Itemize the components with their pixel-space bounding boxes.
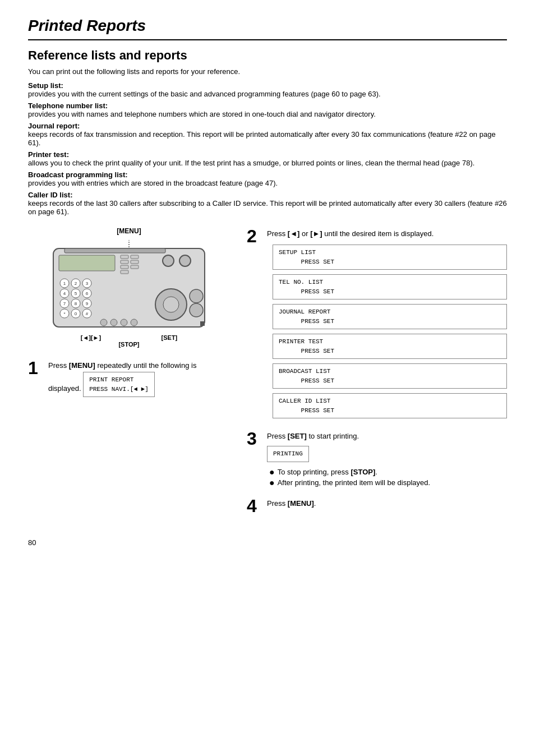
svg-rect-4	[121, 260, 128, 264]
svg-point-41	[163, 297, 179, 312]
list-desc: provides you with entries which are stor…	[28, 179, 278, 187]
step-3-text: Press [SET] to start printing.	[267, 432, 359, 440]
list-item: Journal report:keeps records of fax tran…	[28, 122, 507, 147]
lcd-printing: PRINTING	[267, 446, 309, 462]
list-desc: provides you with names and telephone nu…	[28, 110, 376, 118]
svg-point-42	[190, 289, 203, 303]
svg-point-11	[179, 255, 191, 266]
list-item: Telephone number list:provides you with …	[28, 102, 507, 118]
fax-diagram: [MENU]	[28, 227, 230, 334]
svg-point-43	[190, 303, 203, 317]
step-2-text: Press [◄] or [►] until the desired item …	[267, 229, 433, 238]
svg-rect-9	[131, 265, 139, 269]
step-1-number: 1	[28, 359, 44, 377]
step-2: 2 Press [◄] or [►] until the desired ite…	[247, 227, 507, 421]
bullet-dot-2: ●	[269, 478, 275, 487]
svg-point-39	[131, 319, 137, 326]
list-label: Journal report:	[28, 122, 80, 130]
lcd-journal-report: JOURNAL REPORT PRESS SET	[273, 304, 507, 329]
svg-text:9: 9	[86, 301, 89, 306]
svg-text:5: 5	[75, 291, 77, 296]
list-desc: keeps records of fax transmission and re…	[28, 130, 496, 147]
svg-rect-2	[59, 255, 115, 271]
svg-rect-1	[64, 248, 165, 253]
menu-label: [MENU]	[48, 227, 210, 235]
step-3: 3 Press [SET] to start printing. PRINTIN…	[247, 430, 507, 489]
stop-label: [STOP]	[48, 341, 210, 348]
reference-lists: Setup list:provides you with the current…	[28, 81, 507, 216]
lcd-setup-list: SETUP LIST PRESS SET	[273, 245, 507, 270]
step-4-number: 4	[247, 497, 262, 515]
svg-text:1: 1	[63, 281, 66, 286]
step-1-lcd: PRINT REPORT PRESS NAVI.[◄ ►]	[83, 372, 155, 397]
list-desc: provides you with the current settings o…	[28, 90, 381, 98]
bullet-1: ● To stop printing, press [STOP].	[269, 468, 507, 477]
svg-text:#: #	[86, 311, 89, 316]
svg-rect-8	[131, 260, 139, 264]
svg-rect-6	[121, 270, 128, 274]
list-label: Caller ID list:	[28, 191, 72, 199]
svg-rect-7	[131, 255, 139, 259]
step-3-content: Press [SET] to start printing. PRINTING …	[267, 430, 507, 489]
nav-label: [◄][►]	[81, 334, 101, 341]
list-item: Broadcast programming list:provides you …	[28, 170, 507, 187]
lcd-broadcast-list: BROADCAST LIST PRESS SET	[273, 363, 507, 389]
step-2-content: Press [◄] or [►] until the desired item …	[267, 227, 507, 421]
step-4: 4 Press [MENU].	[247, 497, 507, 515]
step-4-content: Press [MENU].	[267, 497, 507, 508]
section-heading: Reference lists and reports	[28, 48, 507, 63]
bullet-2-text: After printing, the printed item will be…	[278, 478, 430, 487]
svg-text:7: 7	[63, 301, 66, 306]
step-2-number: 2	[247, 227, 262, 245]
svg-text:2: 2	[75, 281, 77, 286]
list-desc: allows you to check the print quality of…	[28, 159, 474, 167]
svg-text:8: 8	[75, 301, 77, 306]
set-label: [SET]	[162, 334, 178, 341]
svg-point-37	[110, 319, 117, 326]
bullet-dot-1: ●	[269, 468, 275, 477]
list-label: Broadcast programming list:	[28, 170, 128, 179]
list-label: Setup list:	[28, 81, 63, 90]
svg-text:6: 6	[86, 291, 89, 296]
list-item: Printer test:allows you to check the pri…	[28, 150, 507, 167]
step-4-text: Press [MENU].	[267, 499, 316, 508]
list-item: Caller ID list:keeps records of the last…	[28, 191, 507, 216]
svg-point-38	[121, 319, 127, 326]
list-label: Telephone number list:	[28, 102, 108, 110]
bottom-labels: [◄][►] [SET]	[50, 334, 207, 341]
lcd-caller-id: CALLER ID LIST PRESS SET	[273, 393, 507, 418]
bullet-2: ● After printing, the printed item will …	[269, 478, 507, 487]
list-label: Printer test:	[28, 150, 69, 159]
svg-rect-5	[121, 265, 128, 269]
svg-text:4: 4	[63, 291, 66, 296]
lcd-printer-test: PRINTER TEST PRESS SET	[273, 334, 507, 359]
step-1: 1 Press [MENU] repeatedly until the foll…	[28, 359, 230, 399]
bullet-1-text: To stop printing, press [STOP].	[278, 468, 377, 476]
right-column: 2 Press [◄] or [►] until the desired ite…	[247, 227, 507, 522]
main-content: [MENU]	[28, 227, 507, 522]
fax-machine-svg: 1 2 3 4 5 6 7 8	[48, 237, 210, 333]
svg-rect-3	[121, 255, 128, 259]
svg-text:3: 3	[86, 281, 89, 286]
svg-text:0: 0	[75, 311, 77, 316]
lcd-tel-list: TEL NO. LIST PRESS SET	[273, 274, 507, 299]
step-3-bullets: ● To stop printing, press [STOP]. ● Afte…	[269, 468, 507, 487]
svg-point-36	[100, 319, 107, 326]
page-title: Printed Reports	[28, 17, 507, 40]
intro-text: You can print out the following lists an…	[28, 67, 507, 76]
left-column: [MENU]	[28, 227, 230, 522]
svg-text:*: *	[63, 311, 65, 316]
lcd-options-group: SETUP LIST PRESS SET TEL NO. LIST PRESS …	[273, 242, 507, 421]
step-3-number: 3	[247, 430, 262, 448]
list-desc: keeps records of the last 30 callers aft…	[28, 199, 507, 216]
step-1-content: Press [MENU] repeatedly until the follow…	[48, 359, 230, 399]
svg-point-10	[163, 255, 174, 266]
list-item: Setup list:provides you with the current…	[28, 81, 507, 98]
page-number: 80	[28, 538, 507, 547]
svg-rect-44	[200, 321, 205, 326]
